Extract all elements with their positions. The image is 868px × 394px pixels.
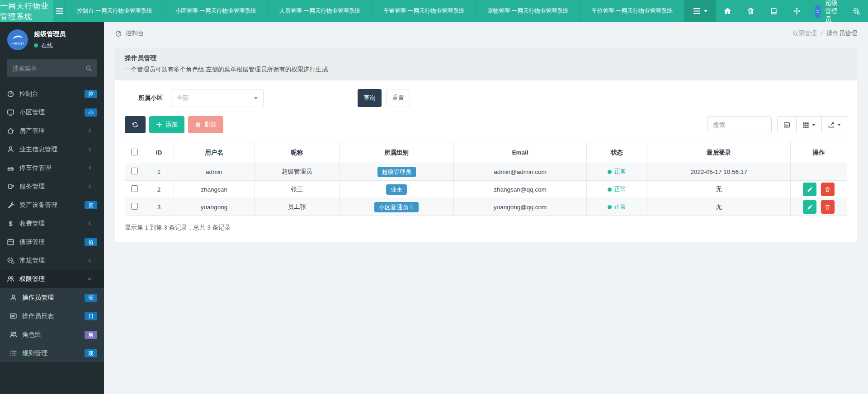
pagination-summary: 显示第 1 到第 3 条记录，总共 3 条记录 — [125, 224, 847, 232]
sidebar-item-property[interactable]: 房产管理 — [0, 122, 104, 140]
online-status-label: 在线 — [41, 42, 53, 50]
search-icon — [85, 65, 92, 72]
topbar-right: 一网天行 超级管理员 — [684, 0, 868, 22]
user-menu[interactable]: 一网天行 超级管理员 — [808, 0, 845, 22]
list-icon — [693, 8, 701, 14]
chevron-left-icon — [87, 258, 92, 263]
fullscreen-button[interactable] — [785, 0, 808, 22]
plus-icon — [156, 122, 162, 128]
chevron-down-icon — [87, 277, 92, 281]
select-all-checkbox[interactable] — [131, 149, 138, 155]
sidebar-item-owner-info[interactable]: 业主信息管理 — [0, 140, 104, 159]
topbar-tab[interactable]: 人员管理-一网天行物业管理系统 — [268, 0, 372, 22]
chevron-down-icon — [838, 124, 841, 126]
sidebar-user-panel: 一网天行 超级管理员 在线 — [0, 22, 104, 56]
topbar-tab[interactable]: 车辆管理-一网天行物业管理系统 — [372, 0, 476, 22]
home-icon — [724, 7, 731, 15]
row-checkbox[interactable] — [131, 185, 138, 192]
status-dot — [608, 188, 612, 192]
delete-row-button[interactable] — [821, 200, 835, 214]
trash-icon — [195, 122, 201, 128]
sidebar-toggle-button[interactable] — [53, 0, 65, 22]
col-nickname[interactable]: 昵称 — [255, 142, 340, 163]
users-icon — [9, 331, 17, 338]
status-badge: 正常 — [608, 168, 627, 176]
export-button[interactable] — [822, 116, 847, 133]
wrench-icon — [7, 201, 14, 209]
menu-badge: 控 — [85, 90, 97, 98]
topbar-tab[interactable]: 控制台-一网天行物业管理系统 — [65, 0, 164, 22]
chevron-left-icon — [87, 165, 92, 170]
clear-cache-button[interactable] — [739, 0, 762, 22]
reset-button[interactable]: 重置 — [386, 89, 410, 107]
hamburger-icon — [56, 8, 63, 14]
edit-row-button[interactable] — [803, 183, 816, 196]
sidebar-item-service[interactable]: 服务管理 — [0, 177, 104, 196]
cup-icon — [7, 183, 14, 190]
col-status[interactable]: 状态 — [587, 142, 647, 163]
col-last-login[interactable]: 最后登录 — [647, 142, 791, 163]
detail-view-button[interactable] — [777, 116, 797, 133]
chevron-down-icon — [704, 10, 708, 12]
cache-menu-button[interactable] — [762, 0, 785, 22]
topbar-tab[interactable]: 车位管理-一网天行物业管理系统 — [580, 0, 684, 22]
community-filter-label: 所属小区 — [138, 94, 163, 102]
add-button[interactable]: 添加 — [149, 116, 184, 133]
sidebar-item-role-groups[interactable]: 角色组 角 — [0, 325, 104, 344]
query-button[interactable]: 查询 — [358, 89, 382, 107]
user-name: 超级管理员 — [825, 0, 839, 23]
table-row: 3 yuangong 员工张 小区普通员工 yuangong@qq.com 正常… — [125, 198, 847, 216]
home-button[interactable] — [716, 0, 739, 22]
col-email[interactable]: Email — [454, 142, 587, 163]
row-checkbox[interactable] — [131, 203, 138, 210]
edit-row-button[interactable] — [803, 200, 816, 214]
community-select[interactable]: 全部 — [171, 89, 264, 107]
menu-badge: 管 — [85, 294, 97, 302]
user-icon — [7, 145, 14, 153]
users-icon — [7, 275, 14, 283]
dashboard-icon — [7, 90, 14, 98]
sidebar-item-community[interactable]: 小区管理 小 — [0, 103, 104, 122]
col-group[interactable]: 所属组别 — [340, 142, 454, 163]
sidebar-item-parking[interactable]: 停车位管理 — [0, 159, 104, 177]
table-row: 2 zhangsan 张三 业主 zhangsan@qq.com 正常 无 — [125, 181, 847, 198]
breadcrumb-parent[interactable]: 权限管理 — [793, 29, 817, 38]
online-status-dot — [34, 43, 38, 47]
sidebar-item-rules[interactable]: 规则管理 规 — [0, 344, 104, 362]
breadcrumb-left[interactable]: 控制台 — [126, 29, 144, 38]
tabs-dropdown-button[interactable] — [684, 0, 716, 22]
operators-table: ID 用户名 昵称 所属组别 Email 状态 最后登录 操作 1 admin — [125, 142, 847, 216]
sidebar-item-operator-logs[interactable]: 操作员日志 日 — [0, 307, 104, 325]
columns-toggle-button[interactable] — [797, 116, 822, 133]
breadcrumb-right: 权限管理 / 操作员管理 — [793, 29, 857, 38]
sidebar-item-permissions[interactable]: 权限管理 — [0, 270, 104, 288]
toolbar-right — [708, 116, 847, 133]
col-id[interactable]: ID — [144, 142, 174, 163]
topbar-tab[interactable]: 小区管理-一网天行物业管理系统 — [164, 0, 268, 22]
menu-badge: 值 — [85, 238, 97, 246]
trash-icon — [825, 204, 830, 210]
svg-text:一网天行: 一网天行 — [816, 11, 820, 13]
table-toolbar: 添加 删除 — [125, 116, 847, 133]
sidebar: 一网天行 超级管理员 在线 控制台 控 小区管理 小 房产管理 业 — [0, 22, 104, 394]
sidebar-item-assets[interactable]: 资产设备管理 资 — [0, 196, 104, 214]
refresh-button[interactable] — [125, 116, 146, 133]
col-username[interactable]: 用户名 — [174, 142, 255, 163]
menu-search-input[interactable] — [7, 59, 97, 77]
sidebar-item-billing[interactable]: $ 收费管理 — [0, 214, 104, 233]
status-dot — [608, 170, 612, 174]
sidebar-item-general[interactable]: 常规管理 — [0, 251, 104, 270]
sidebar-item-operators[interactable]: 操作员管理 管 — [0, 288, 104, 307]
car-icon — [7, 164, 14, 172]
sidebar-item-duty[interactable]: 值班管理 值 — [0, 233, 104, 251]
sidebar-item-dashboard[interactable]: 控制台 控 — [0, 84, 104, 103]
delete-row-button[interactable] — [821, 183, 835, 196]
chevron-left-icon — [87, 184, 92, 189]
settings-button[interactable] — [845, 0, 868, 22]
delete-button[interactable]: 删除 — [188, 116, 223, 133]
table-search-input[interactable] — [708, 116, 772, 133]
row-checkbox[interactable] — [131, 168, 138, 174]
topbar-tab[interactable]: 宠物管理-一网天行物业管理系统 — [476, 0, 580, 22]
cogs-icon — [7, 257, 14, 264]
page-subtitle: 一个管理员可以有多个角色组,左侧的菜单根据管理员所拥有的权限进行生成 — [125, 66, 847, 74]
